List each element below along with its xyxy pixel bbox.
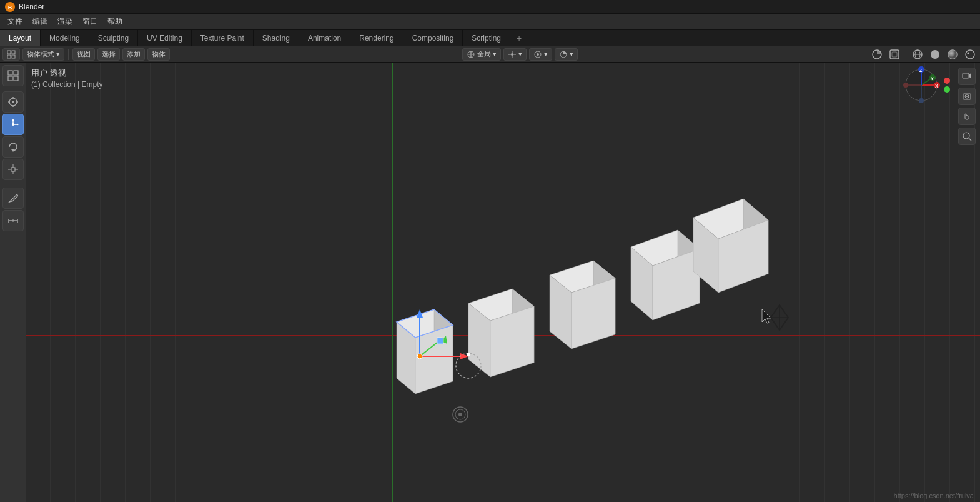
separator-1 xyxy=(68,49,69,60)
orientation-gizmo[interactable]: X Y Z xyxy=(903,66,940,104)
object-menu[interactable]: 物体 xyxy=(147,48,170,61)
svg-point-42 xyxy=(12,123,14,126)
mode-dropdown[interactable]: 物体模式 ▾ xyxy=(22,48,64,61)
viewport-selector-btn[interactable] xyxy=(2,65,24,86)
tab-sculpting[interactable]: Sculpting xyxy=(89,30,138,46)
tab-compositing[interactable]: Compositing xyxy=(403,30,463,46)
material-icon xyxy=(947,49,958,60)
tab-layout[interactable]: Layout xyxy=(0,30,41,46)
status-dots xyxy=(944,78,950,93)
overlay-btn[interactable] xyxy=(869,47,884,62)
wireframe-btn[interactable] xyxy=(910,47,925,62)
viewport-canvas xyxy=(0,63,980,502)
snap-btn[interactable]: ▾ xyxy=(529,48,552,61)
hand-tool-btn[interactable] xyxy=(958,108,976,125)
render-cam-btn[interactable] xyxy=(958,88,976,105)
tab-add[interactable]: + xyxy=(510,30,528,46)
add-menu[interactable]: 添加 xyxy=(122,48,145,61)
viewport-icon xyxy=(7,50,16,59)
magnify-btn[interactable] xyxy=(958,128,976,145)
global-label: 全局 xyxy=(477,49,491,59)
overlay-icon xyxy=(871,49,883,60)
view-menu[interactable]: 视图 xyxy=(72,48,95,61)
svg-text:X: X xyxy=(935,84,938,88)
separator-2 xyxy=(906,49,906,60)
camera-view-icon xyxy=(962,71,972,81)
dot-red xyxy=(944,78,950,84)
workspace-tabs: Layout Modeling Sculpting UV Editing Tex… xyxy=(0,30,980,46)
scale-tool-btn[interactable] xyxy=(2,159,24,180)
snap-icon xyxy=(533,50,542,59)
annotate-tool-btn[interactable] xyxy=(2,188,24,209)
proportional-icon xyxy=(559,50,568,59)
render-icon xyxy=(964,49,976,60)
xray-icon xyxy=(889,49,900,60)
render-cam-icon xyxy=(962,91,972,101)
tab-texture-paint[interactable]: Texture Paint xyxy=(192,30,254,46)
viewport-type-btn[interactable] xyxy=(2,48,20,61)
svg-rect-28 xyxy=(8,71,12,75)
rotate-tool-btn[interactable] xyxy=(2,136,24,158)
svg-point-27 xyxy=(968,53,969,54)
pivot-btn[interactable]: ▾ xyxy=(503,48,527,61)
proportional-btn[interactable]: ▾ xyxy=(555,48,578,61)
app-title: Blender xyxy=(19,3,44,11)
measure-icon xyxy=(7,215,19,226)
rotate-icon xyxy=(7,141,19,153)
viewport-info: 用户 透视 (1) Collection | Empty xyxy=(31,68,103,89)
viewport-area[interactable]: 用户 透视 (1) Collection | Empty xyxy=(0,63,980,502)
svg-point-25 xyxy=(966,50,974,59)
tab-modeling[interactable]: Modeling xyxy=(41,30,89,46)
menu-render[interactable]: 渲染 xyxy=(52,15,77,28)
title-bar: B Blender xyxy=(0,0,980,14)
prop-arrow: ▾ xyxy=(570,50,573,58)
menu-window[interactable]: 窗口 xyxy=(77,15,102,28)
measure-tool-btn[interactable] xyxy=(2,210,24,231)
magnify-icon xyxy=(962,131,972,141)
cursor-tool-btn[interactable] xyxy=(2,91,24,113)
pivot-arrow: ▾ xyxy=(518,50,522,58)
svg-rect-92 xyxy=(963,73,969,78)
select-menu[interactable]: 选择 xyxy=(97,48,120,61)
material-btn[interactable] xyxy=(945,47,960,62)
annotate-icon xyxy=(7,193,19,204)
url-bar: https://blog.csdn.net/fruiva xyxy=(894,492,974,499)
global-dropdown[interactable]: 全局 ▾ xyxy=(462,48,501,61)
pivot-icon xyxy=(508,50,517,59)
menu-help[interactable]: 帮助 xyxy=(102,15,127,28)
solid-icon xyxy=(929,49,941,60)
tab-uv-editing[interactable]: UV Editing xyxy=(138,30,192,46)
svg-text:B: B xyxy=(8,4,12,11)
tab-rendering[interactable]: Rendering xyxy=(350,30,403,46)
svg-marker-41 xyxy=(17,123,19,126)
menu-file[interactable]: 文件 xyxy=(2,15,27,28)
render-btn[interactable] xyxy=(963,47,978,62)
blender-icon: B xyxy=(5,2,15,12)
tab-shading[interactable]: Shading xyxy=(254,30,299,46)
scale-icon xyxy=(7,164,19,175)
svg-rect-31 xyxy=(14,76,18,81)
svg-rect-29 xyxy=(14,71,18,75)
mode-label: 物体模式 xyxy=(27,49,54,59)
svg-point-37 xyxy=(12,101,14,103)
wireframe-icon xyxy=(912,49,923,60)
collection-label: (1) Collection | Empty xyxy=(31,80,103,89)
toolbar-row: 物体模式 ▾ 视图 选择 添加 物体 全局 ▾ ▾ ▾ xyxy=(0,46,980,63)
svg-point-14 xyxy=(537,53,539,56)
transform-tool-btn[interactable] xyxy=(2,114,24,135)
xray-btn[interactable] xyxy=(887,47,902,62)
camera-view-btn[interactable] xyxy=(958,68,976,85)
svg-point-112 xyxy=(919,98,924,103)
svg-rect-18 xyxy=(892,52,897,57)
svg-rect-4 xyxy=(7,55,11,58)
right-toolbar xyxy=(954,63,980,145)
tab-animation[interactable]: Animation xyxy=(299,30,350,46)
svg-point-24 xyxy=(948,50,957,59)
menu-bar: 文件 编辑 渲染 窗口 帮助 xyxy=(0,14,980,30)
svg-point-97 xyxy=(963,133,969,139)
solid-btn[interactable] xyxy=(928,47,943,62)
tab-scripting[interactable]: Scripting xyxy=(463,30,510,46)
perspective-label: 用户 透视 xyxy=(31,68,103,79)
menu-edit[interactable]: 编辑 xyxy=(27,15,52,28)
axis-line-red xyxy=(0,335,980,336)
